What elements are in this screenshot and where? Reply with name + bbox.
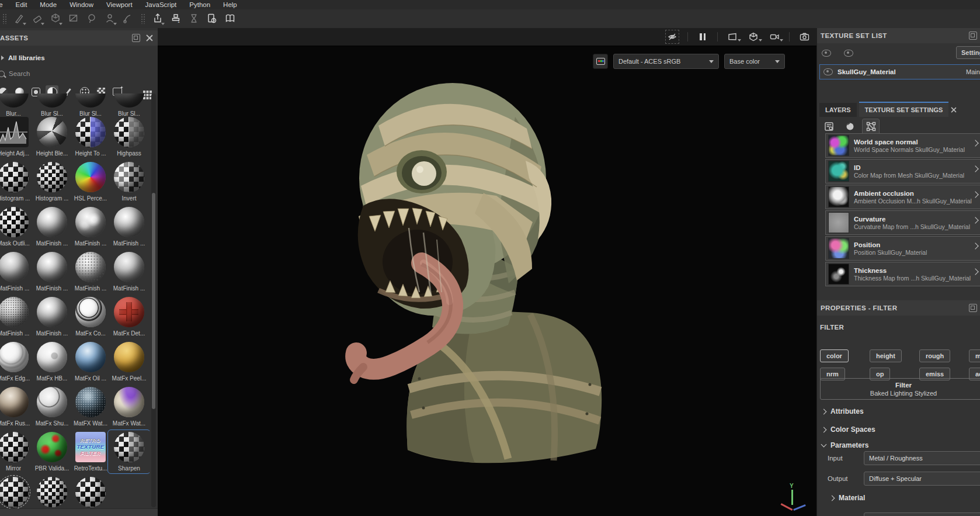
search-field[interactable]: Search [0, 67, 158, 81]
asset-item[interactable]: PBR Valida... [33, 432, 71, 472]
texture-set-row-selected[interactable]: SkullGuy_Material Main [819, 64, 980, 79]
hide-ui-icon[interactable] [665, 30, 679, 44]
chevron-right-icon[interactable] [972, 243, 978, 249]
asset-item[interactable]: Height Adj... [0, 117, 33, 157]
asset-item[interactable]: Height To ... [71, 117, 110, 157]
asset-item[interactable]: MatFinish ... [71, 252, 110, 292]
asset-item[interactable] [0, 477, 33, 507]
display-settings-button[interactable] [593, 54, 608, 69]
smudge-tool-button[interactable] [120, 11, 135, 26]
resources-tool-button[interactable] [204, 11, 220, 26]
float-panel-icon[interactable] [969, 304, 977, 312]
eye-icon[interactable] [823, 68, 833, 75]
channel-height-button[interactable]: height [870, 349, 902, 362]
asset-item[interactable]: MatFinish ... [0, 297, 33, 337]
color-profile-dropdown[interactable]: Default - ACES sRGB [613, 54, 719, 69]
asset-item[interactable]: MatFinish ... [0, 252, 33, 292]
channel-rough-button[interactable]: rough [919, 349, 950, 362]
group-material[interactable]: Material [830, 494, 865, 502]
asset-item[interactable]: Sharpen [110, 432, 148, 472]
input-select[interactable]: Metal / Roughness [864, 451, 980, 465]
asset-item[interactable]: RETROTEXTUREFILTERRetroTextu... [71, 432, 110, 472]
asset-item[interactable]: Highpass [110, 117, 148, 157]
mesh-map-row-thickness[interactable]: ThicknessThickness Map from ...h SkullGu… [825, 262, 980, 286]
asset-item[interactable] [71, 477, 110, 507]
toggle-visibility-icon[interactable] [822, 50, 831, 57]
close-tab-icon[interactable] [948, 103, 959, 117]
camera-icon[interactable] [768, 30, 781, 43]
asset-item[interactable]: Blur Sl... [71, 93, 110, 116]
asset-item[interactable]: MatFx HB... [33, 342, 71, 382]
mesh-map-row-ambient-occlusion[interactable]: Ambient occlusionAmbient Occlusion M...h… [825, 185, 980, 209]
projection-tool-button[interactable] [48, 11, 63, 26]
chevron-right-icon[interactable] [972, 140, 978, 146]
asset-item[interactable]: Histogram ... [0, 162, 33, 202]
subtab-settings-icon[interactable] [821, 119, 837, 133]
channel-met-button[interactable]: met [969, 349, 980, 362]
navigation-gizmo[interactable]: Y [787, 483, 813, 516]
hourglass-tool-button[interactable] [186, 11, 201, 26]
subtab-mesh-maps-icon[interactable] [863, 119, 879, 133]
mesh-map-row-id[interactable]: IDColor Map from Mesh SkullGuy_Material [825, 159, 980, 183]
asset-item[interactable]: MatFx Oil ... [71, 342, 110, 382]
mesh-display-icon[interactable] [747, 30, 760, 43]
group-color-spaces[interactable]: Color Spaces [822, 425, 875, 434]
asset-item[interactable]: MatFx Peel... [110, 342, 148, 382]
asset-item[interactable] [33, 477, 71, 507]
asset-item[interactable]: MatFx Co... [71, 297, 110, 337]
asset-item[interactable]: MatFinish ... [33, 252, 71, 292]
asset-item[interactable]: MatFx Det... [110, 297, 148, 337]
menu-viewport[interactable]: Viewport [106, 1, 133, 8]
filter-resource-button[interactable]: Filter Baked Lighting Stylized [820, 378, 980, 400]
polygon-fill-tool-button[interactable] [66, 11, 81, 26]
all-libraries-row[interactable]: All libraries [0, 51, 158, 64]
clone-tool-button[interactable] [102, 11, 117, 26]
asset-item[interactable]: Blur... [0, 93, 33, 116]
bake-tool-button[interactable]: 1 [168, 11, 183, 26]
output-select[interactable]: Diffuse + Specular [864, 472, 980, 486]
export-tool-button[interactable] [150, 11, 165, 26]
settings-button[interactable]: Settings [956, 46, 980, 59]
asset-item[interactable]: MatFinish ... [110, 207, 148, 247]
group-parameters[interactable]: Parameters [822, 441, 868, 449]
chevron-right-icon[interactable] [972, 217, 978, 223]
shelf-tool-button[interactable] [223, 11, 238, 26]
tab-texture-set-settings[interactable]: TEXTURE SET SETTINGS [859, 102, 949, 117]
asset-item[interactable]: MatFinish ... [33, 297, 71, 337]
mesh-map-row-curvature[interactable]: CurvatureCurvature Map from ...h SkullGu… [825, 210, 980, 235]
channel-color-button[interactable]: color [820, 349, 849, 362]
assets-scrollbar[interactable] [151, 93, 156, 507]
chevron-right-icon[interactable] [972, 268, 978, 275]
asset-item[interactable]: MatFinish ... [71, 207, 110, 247]
menu-edit[interactable]: Edit [16, 1, 27, 8]
screenshot-camera-icon[interactable] [798, 30, 811, 43]
asset-item[interactable]: MatFx Rus... [0, 387, 33, 427]
asset-item[interactable]: Mask Outli... [0, 207, 33, 247]
mummy-skull-model[interactable] [158, 28, 816, 516]
tab-layers[interactable]: LAYERS [819, 103, 857, 117]
menu-help[interactable]: Help [223, 1, 237, 8]
menu-file[interactable]: File [0, 1, 3, 8]
toolbar-grip[interactable] [2, 13, 6, 24]
chevron-right-icon[interactable] [972, 191, 978, 198]
subtab-material-icon[interactable] [842, 119, 858, 133]
toolbar-grip[interactable] [141, 13, 145, 24]
asset-item[interactable]: MatFx Wat... [110, 387, 148, 427]
asset-item[interactable]: Mirror [0, 432, 33, 472]
viewport-3d[interactable]: Default - ACES sRGB Base color Y [158, 28, 816, 516]
asset-item[interactable]: MatFinish ... [110, 252, 148, 292]
menu-mode[interactable]: Mode [40, 1, 57, 8]
solo-view-icon[interactable] [844, 50, 853, 57]
decal-tool-button[interactable] [84, 11, 99, 26]
menu-python[interactable]: Python [189, 1, 210, 8]
asset-item[interactable]: Histogram ... [33, 162, 71, 202]
asset-item[interactable]: MatFinish ... [33, 207, 71, 247]
asset-item[interactable]: Invert [110, 162, 148, 202]
brush-tool-button[interactable] [12, 11, 27, 26]
close-panel-icon[interactable] [146, 34, 153, 41]
mesh-map-row-world-space-normal[interactable]: World space normalWorld Space Normals Sk… [825, 133, 980, 158]
asset-item[interactable]: Height Ble... [33, 117, 71, 157]
channel-dropdown[interactable]: Base color [724, 54, 785, 69]
asset-item[interactable]: MatFx Shu... [33, 387, 71, 427]
asset-item[interactable]: Blur Sl... [110, 93, 148, 116]
